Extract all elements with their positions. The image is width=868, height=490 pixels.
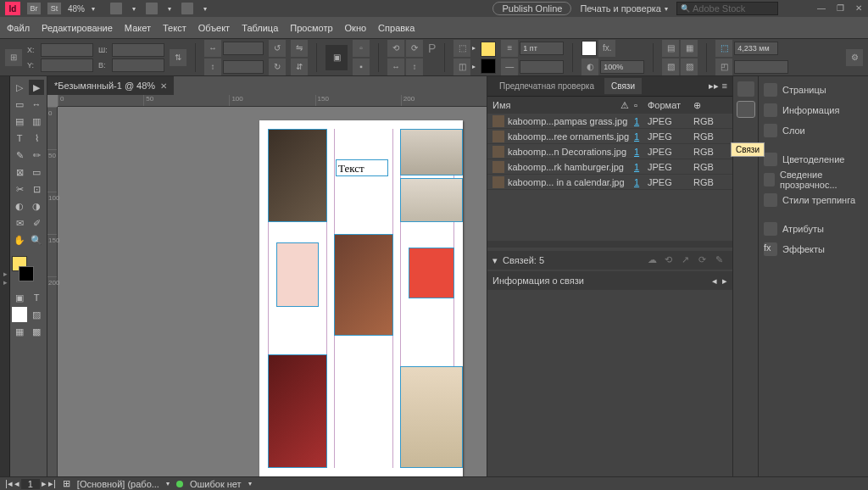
minimize-icon[interactable]: —	[815, 2, 827, 14]
rotate-cw-icon[interactable]: ↻	[269, 58, 286, 75]
flip-h-icon[interactable]: ⇋	[291, 40, 308, 57]
control-menu-icon[interactable]: ⚙	[846, 49, 863, 66]
stroke-weight-input[interactable]: 1 пт	[520, 42, 564, 55]
stroke-swatch[interactable]	[481, 58, 496, 74]
link-row[interactable]: kaboomp...n Decorations.jpg1JPEGRGB	[487, 144, 732, 159]
adobe-stock-search[interactable]: 🔍 Adobe Stock	[676, 2, 778, 15]
flip-vert-icon[interactable]: ↕	[406, 58, 423, 75]
corner-shape-icon[interactable]: ◰	[715, 58, 732, 75]
fx-icon[interactable]: fx.	[598, 40, 615, 57]
selection-tool[interactable]: ▷	[12, 80, 27, 95]
page-navigator[interactable]: |◂ ◂ 1 ▸ ▸|	[5, 478, 56, 489]
link-next-icon[interactable]: ▸	[722, 276, 727, 286]
scale-x-icon[interactable]: ↔	[204, 40, 221, 57]
h-input[interactable]	[112, 58, 164, 72]
link-row[interactable]: kaboomp...pampas grass.jpg1JPEGRGB	[487, 114, 732, 129]
flip-horiz-icon[interactable]: ↔	[387, 58, 404, 75]
eyedropper-tool[interactable]: ✐	[29, 215, 44, 231]
panel-flattener[interactable]: Сведение прозрачнос...	[759, 170, 868, 190]
link-info-header[interactable]: Информация о связи ◂ ▸	[487, 271, 732, 290]
w-input[interactable]	[112, 43, 164, 57]
rotate-ccw-icon[interactable]: ↺	[269, 40, 286, 57]
reference-point-icon[interactable]: ⊞	[5, 49, 22, 66]
format-container-icon[interactable]: ▣	[12, 290, 27, 305]
panel-layers[interactable]: Слои	[759, 120, 868, 141]
screen-dropdown[interactable]: ▾	[168, 5, 171, 13]
corner-radius-input[interactable]: 4,233 мм	[734, 42, 778, 55]
menu-help[interactable]: Справка	[378, 23, 415, 33]
fill-swatch[interactable]	[481, 42, 496, 57]
left-dock-collapse[interactable]: ▸▸	[0, 76, 10, 476]
corner-shape-input[interactable]	[734, 60, 788, 74]
col-name[interactable]: Имя	[492, 100, 617, 110]
menu-table[interactable]: Таблица	[242, 23, 278, 33]
x-input[interactable]	[41, 43, 93, 57]
text-wrap-jump-icon[interactable]: ▨	[681, 58, 698, 75]
link-prev-icon[interactable]: ◂	[712, 276, 717, 286]
flip-v-icon[interactable]: ⇵	[291, 58, 308, 75]
arrange-dropdown[interactable]: ▾	[132, 5, 136, 13]
scale-y-icon[interactable]: ↕	[204, 58, 221, 75]
cc-libraries-icon[interactable]	[737, 81, 754, 97]
publish-online-button[interactable]: Publish Online	[492, 2, 571, 15]
text-wrap-shape-icon[interactable]: ▧	[662, 58, 679, 75]
select-content-icon[interactable]: ▫	[353, 40, 370, 57]
open-nav-icon[interactable]: ⊞	[63, 478, 70, 489]
gradient-swatch-tool[interactable]: ◐	[12, 198, 27, 214]
col-colorspace-icon[interactable]: ⊕	[693, 100, 727, 111]
type-tool[interactable]: T	[12, 131, 27, 146]
y-input[interactable]	[41, 58, 93, 72]
hand-tool[interactable]: ✋	[12, 232, 27, 248]
menu-file[interactable]: Файл	[7, 23, 30, 33]
scissors-tool[interactable]: ✂	[12, 181, 27, 197]
opacity-icon[interactable]: ◐	[581, 58, 598, 75]
page-tool[interactable]: ▭	[12, 97, 27, 112]
note-tool[interactable]: ✉	[12, 215, 27, 231]
viewopts-dropdown[interactable]: ▾	[203, 5, 207, 13]
stroke-weight-icon[interactable]: ≡	[501, 40, 518, 57]
image-frame-2[interactable]	[400, 129, 463, 175]
panel-effects[interactable]: fxЭффекты	[759, 239, 868, 259]
links-dock-icon[interactable]	[737, 102, 754, 117]
prev-page-icon[interactable]: ◂	[14, 478, 19, 489]
menu-type[interactable]: Текст	[163, 23, 186, 33]
panel-collapse-icon[interactable]: ▸▸	[709, 81, 719, 92]
col-status-icon[interactable]: ⚠	[620, 100, 631, 111]
scale-x-input[interactable]	[223, 42, 264, 55]
link-row[interactable]: kaboomp... in a calendar.jpg1JPEGRGB	[487, 175, 732, 190]
image-frame-5[interactable]	[334, 234, 393, 336]
container-icon[interactable]: ▣	[326, 45, 348, 70]
rotate-90-ccw-icon[interactable]: ⟲	[387, 40, 404, 57]
zoom-level[interactable]: 48%	[68, 4, 85, 14]
menu-window[interactable]: Окно	[345, 23, 367, 33]
normal-view-icon[interactable]: ▦	[12, 324, 27, 339]
goto-link-icon[interactable]: ↗	[682, 254, 693, 266]
link-row[interactable]: kaboomp...rk hamburger.jpg1JPEGRGB	[487, 159, 732, 175]
stroke-color-swatch[interactable]	[19, 266, 34, 281]
link-row[interactable]: kaboomp...ree ornaments.jpg1JPEGRGB	[487, 129, 732, 144]
zoom-dropdown-icon[interactable]: ▾	[92, 5, 95, 13]
free-transform-tool[interactable]: ⊡	[29, 181, 44, 197]
links-expand-icon[interactable]: ▾	[492, 255, 498, 266]
relink-cc-icon[interactable]: ☁	[648, 254, 659, 266]
panel-info[interactable]: Информация	[759, 100, 868, 120]
opacity-swatch[interactable]	[581, 41, 597, 56]
relink-icon[interactable]: ⟲	[665, 254, 676, 266]
select-container-icon[interactable]: ▪	[353, 58, 370, 75]
image-frame-6[interactable]	[409, 248, 454, 298]
panel-menu-icon[interactable]: ≡	[722, 81, 727, 92]
gap-tool[interactable]: ↔	[29, 97, 44, 112]
first-page-icon[interactable]: |◂	[5, 478, 13, 489]
col-page-icon[interactable]: ▫	[634, 100, 644, 110]
zoom-tool[interactable]: 🔍	[29, 232, 44, 248]
fill-icon[interactable]: ⬚	[453, 40, 470, 57]
corner-icon[interactable]: ⬚	[715, 40, 732, 57]
arrange-icon[interactable]	[110, 3, 122, 14]
app-badge-st[interactable]: St	[47, 3, 61, 14]
pen-tool[interactable]: ✎	[12, 148, 27, 163]
document-page[interactable]: Текст	[259, 120, 463, 476]
panel-trap-styles[interactable]: Стили треппинга	[759, 190, 868, 210]
rect-tool[interactable]: ▭	[29, 164, 44, 180]
screen-mode-icon[interactable]	[146, 3, 158, 14]
preflight-status[interactable]: Ошибок нет	[190, 479, 242, 489]
